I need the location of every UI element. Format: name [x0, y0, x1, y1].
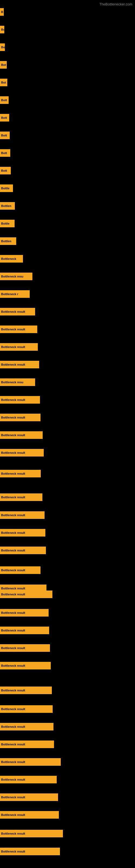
bar-item: Bot — [0, 61, 7, 69]
bar-item: Bo — [0, 43, 5, 51]
bar-item: Bottleneck result — [0, 741, 54, 748]
bar-item: Bottleneck resu — [0, 378, 35, 386]
bar-label: Bottleneck r — [0, 290, 30, 298]
bar-label: Bott — [0, 167, 11, 175]
bar-item: Bottleneck result — [0, 794, 58, 801]
bar-label: Bottleneck result — [0, 705, 53, 713]
bar-item: Bottleneck result — [0, 776, 57, 783]
bar-item: Bottleneck result — [0, 470, 41, 477]
bar-item: Bottleneck result — [0, 627, 49, 634]
bar-item: Bottleneck result — [0, 343, 38, 351]
bar-label: Bottleneck result — [0, 686, 52, 694]
bar-label: Bott — [0, 114, 9, 122]
bar-label: Bottleneck — [0, 255, 23, 262]
bar-label: Bottleneck result — [0, 627, 49, 634]
site-title: TheBottlenecker.com — [99, 2, 132, 6]
bar-label: Bottleneck result — [0, 811, 59, 818]
bar-label: Bottleneck result — [0, 529, 45, 536]
bar-label: Bottleneck result — [0, 662, 51, 670]
bar-label: Bottleneck result — [0, 511, 45, 519]
bar-label: Bottleneck result — [0, 396, 40, 404]
bar-item: Bo — [0, 26, 4, 33]
bar-item: Bottleneck result — [0, 326, 37, 333]
bar-item: Bottleneck result — [0, 609, 49, 617]
bar-item: Bottleneck result — [0, 662, 51, 670]
bar-label: Bo — [0, 26, 4, 33]
bar-label: Bottle — [0, 184, 13, 192]
bar-label: Bo — [0, 43, 5, 51]
bar-label: Bottle — [0, 220, 14, 227]
bar-label: Bott — [0, 96, 9, 104]
bar-label: Bottleneck result — [0, 609, 49, 617]
bar-item: Bottleneck result — [0, 705, 53, 713]
bar-item: Bottleneck r — [0, 290, 30, 298]
bar-label: Bottleneck resu — [0, 273, 32, 280]
bar-item: Bottleneck result — [0, 361, 39, 368]
bar-label: Bottleneck result — [0, 830, 63, 837]
bar-item: Bottleneck result — [0, 644, 50, 652]
bar-label: Bottleneck result — [0, 326, 37, 333]
bar-item: Bott — [0, 149, 10, 157]
bar-label: Bottleneck result — [0, 590, 52, 598]
bar-label: Bottleneck result — [0, 308, 35, 315]
bar-label: Bottleneck result — [0, 794, 58, 801]
bar-label: Bottleneck result — [0, 449, 44, 457]
bar-label: Bottleneck resu — [0, 378, 35, 386]
bar-label: Bottleneck result — [0, 644, 50, 652]
bar-label: Bott — [0, 131, 10, 139]
bar-item: Bottleneck result — [0, 723, 53, 731]
bar-item: Bottleneck — [0, 255, 23, 262]
bar-label: Bott — [0, 149, 10, 157]
bar-item: Bottleneck result — [0, 511, 45, 519]
bar-item: Bot — [0, 79, 7, 86]
bar-label: Bot — [0, 79, 7, 86]
bar-label: Bottleneck result — [0, 758, 61, 766]
bar-label: Bot — [0, 61, 7, 69]
bar-item: Bottleneck result — [0, 590, 52, 598]
bar-item: Bottleneck result — [0, 493, 42, 501]
bar-item: Bottle — [0, 184, 13, 192]
bar-item: B — [0, 8, 4, 16]
bar-label: Bottleneck result — [0, 547, 46, 554]
bar-label: Bottleneck result — [0, 361, 39, 368]
bar-item: Bottleneck result — [0, 529, 45, 536]
bar-label: Bottleneck result — [0, 723, 53, 731]
bar-label: Bottleneck result — [0, 343, 38, 351]
bar-label: Bottlen — [0, 237, 16, 245]
bar-label: Bottleneck result — [0, 776, 57, 783]
bar-item: Bottleneck result — [0, 758, 61, 766]
bar-label: Bottleneck result — [0, 741, 54, 748]
bar-label: Bottleneck result — [0, 414, 41, 421]
bar-item: Bottlen — [0, 202, 15, 210]
bar-item: Bottle — [0, 220, 14, 227]
bar-item: Bottleneck result — [0, 811, 59, 818]
bar-item: Bottleneck result — [0, 848, 60, 855]
bar-label: B — [0, 8, 4, 16]
bar-item: Bottleneck result — [0, 449, 44, 457]
bar-item: Bottleneck result — [0, 414, 41, 421]
bar-item: Bottleneck resu — [0, 273, 32, 280]
bar-label: Bottleneck result — [0, 470, 41, 477]
bar-item: Bott — [0, 131, 10, 139]
bar-item: Bott — [0, 114, 9, 122]
bar-label: Bottleneck result — [0, 431, 43, 439]
bar-item: Bottleneck result — [0, 830, 63, 837]
bar-item: Bott — [0, 96, 9, 104]
bar-item: Bottleneck result — [0, 431, 43, 439]
bar-item: Bottlen — [0, 237, 16, 245]
bar-item: Bottleneck result — [0, 566, 41, 574]
bar-item: Bott — [0, 167, 11, 175]
bar-label: Bottlen — [0, 202, 15, 210]
bar-label: Bottleneck result — [0, 493, 42, 501]
bar-label: Bottleneck result — [0, 848, 60, 855]
bar-item: Bottleneck result — [0, 547, 46, 554]
bar-label: Bottleneck result — [0, 566, 41, 574]
bar-item: Bottleneck result — [0, 308, 35, 315]
bar-item: Bottleneck result — [0, 686, 52, 694]
bar-item: Bottleneck result — [0, 396, 40, 404]
